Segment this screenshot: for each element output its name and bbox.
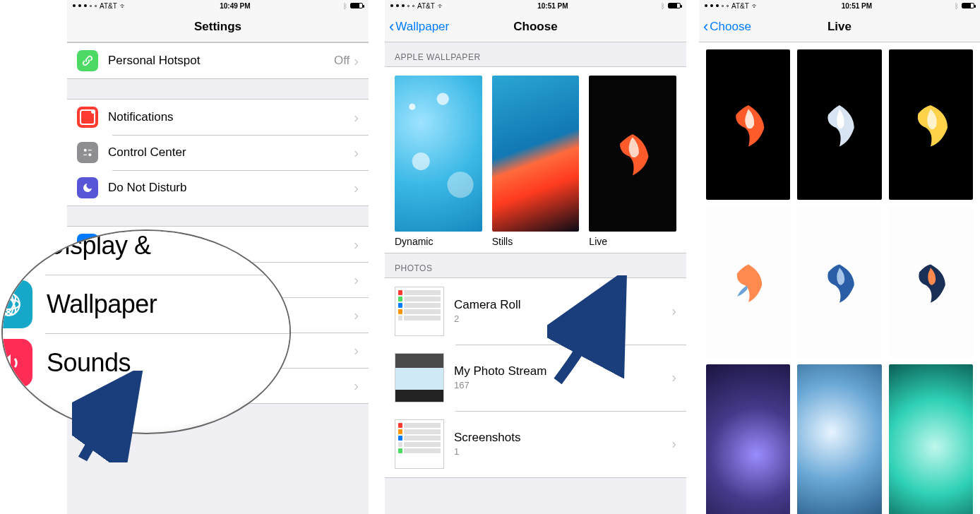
dnd-row[interactable]: Do Not Disturb › <box>67 170 369 205</box>
live-tile[interactable] <box>889 49 973 200</box>
section-header: PHOTOS <box>385 253 686 277</box>
display-icon <box>77 234 98 255</box>
battery-icon <box>668 3 681 8</box>
bluetooth-icon: ᛒ <box>661 2 665 10</box>
nav-bar: ‹ Choose Live <box>699 11 980 42</box>
stills-thumb <box>492 76 580 232</box>
svg-point-9 <box>4 293 13 316</box>
battery-row[interactable]: Battery › <box>67 333 369 368</box>
screenshots-row[interactable]: Screenshots 1 › <box>385 411 686 477</box>
dynamic-thumb <box>395 76 482 232</box>
wifi-icon: ᯤ <box>120 2 127 10</box>
control-center-row[interactable]: Control Center › <box>67 135 369 170</box>
svg-rect-5 <box>92 349 94 352</box>
svg-point-11 <box>1 292 18 316</box>
svg-point-7 <box>1 293 20 316</box>
photo-stream-row[interactable]: My Photo Stream 167 › <box>385 345 686 411</box>
live-tile[interactable] <box>797 364 881 514</box>
wallpaper-category-label: Dynamic <box>395 236 482 247</box>
hotspot-icon <box>77 50 98 71</box>
choose-wallpaper-screen: AT&T ᯤ 10:51 PM ᛒ ‹ Wallpaper Choose APP… <box>385 0 688 514</box>
privacy-row[interactable]: Privacy › <box>67 368 369 403</box>
back-label: Wallpaper <box>395 20 449 34</box>
nav-bar: Settings <box>67 11 369 42</box>
hotspot-group: Personal Hotspot Off › <box>67 42 369 79</box>
chevron-left-icon: ‹ <box>389 18 394 36</box>
notifications-icon <box>77 107 98 128</box>
live-tile[interactable] <box>797 207 881 357</box>
battery-icon <box>77 340 98 361</box>
nav-bar: ‹ Wallpaper Choose <box>385 11 686 42</box>
section-header: APPLE WALLPAPER <box>385 42 686 66</box>
live-thumb <box>589 76 676 232</box>
chevron-right-icon: › <box>671 369 676 386</box>
bluetooth-icon: ᛒ <box>343 2 347 10</box>
clock: 10:49 PM <box>220 2 250 10</box>
status-bar: AT&T ᯤ 10:51 PM ᛒ <box>699 0 980 11</box>
album-count: 167 <box>454 380 546 390</box>
settings-screen: AT&T ᯤ 10:49 PM ᛒ Settings Personal Hots… <box>67 0 371 514</box>
dynamic-wallpaper[interactable]: Dynamic <box>395 76 482 247</box>
chevron-right-icon: › <box>354 342 359 359</box>
live-tile[interactable] <box>889 364 973 514</box>
camera-roll-row[interactable]: Camera Roll 2 › <box>385 278 686 345</box>
photos-group: Camera Roll 2 › My Photo Stream 167 › Sc… <box>385 277 686 478</box>
speaker-icon <box>1 339 32 387</box>
wifi-icon: ᯤ <box>752 2 759 10</box>
sounds-row[interactable]: › <box>67 297 369 333</box>
hand-icon <box>77 375 98 396</box>
live-wallpaper[interactable]: Live <box>589 76 676 247</box>
display-group: › › › Battery › Privacy › <box>67 226 369 404</box>
battery-icon <box>350 3 363 8</box>
album-count: 2 <box>454 313 520 324</box>
live-tile[interactable] <box>797 49 881 200</box>
wallpaper-row[interactable]: › <box>67 262 369 297</box>
album-thumb <box>395 287 444 336</box>
live-tile[interactable] <box>706 364 790 514</box>
back-button[interactable]: ‹ Choose <box>703 11 751 42</box>
wallpaper-icon <box>77 269 98 290</box>
carrier-label: AT&T <box>731 2 749 10</box>
status-bar: AT&T ᯤ 10:49 PM ᛒ <box>67 0 369 11</box>
stills-wallpaper[interactable]: Stills <box>492 76 580 247</box>
carrier-label: AT&T <box>417 2 435 10</box>
chevron-right-icon: › <box>671 303 676 319</box>
live-tile[interactable] <box>889 207 973 357</box>
row-label: Control Center <box>108 145 354 160</box>
personal-hotspot-row[interactable]: Personal Hotspot Off › <box>67 43 369 78</box>
wallpaper-category-label: Stills <box>492 236 580 247</box>
live-tile[interactable] <box>706 207 790 357</box>
status-bar: AT&T ᯤ 10:51 PM ᛒ <box>385 0 686 11</box>
chevron-right-icon: › <box>354 53 359 69</box>
back-label: Choose <box>710 20 751 34</box>
album-title: My Photo Stream <box>454 364 546 378</box>
clock: 10:51 PM <box>537 2 568 10</box>
chevron-right-icon: › <box>354 180 359 196</box>
chevron-right-icon: › <box>354 145 359 161</box>
chevron-right-icon: › <box>354 109 359 126</box>
sounds-icon <box>77 304 98 325</box>
carrier-label: AT&T <box>100 2 117 10</box>
live-wallpaper-screen: AT&T ᯤ 10:51 PM ᛒ ‹ Choose Live <box>699 0 980 514</box>
album-thumb <box>395 419 444 469</box>
notifications-row[interactable]: Notifications › <box>67 100 369 135</box>
display-row[interactable]: › <box>67 227 369 262</box>
moon-icon <box>77 177 98 198</box>
live-tile[interactable] <box>706 49 790 200</box>
row-label: Personal Hotspot <box>108 54 334 68</box>
svg-rect-3 <box>88 150 92 150</box>
display-icon: AA <box>1 229 32 270</box>
general-group: Notifications › Control Center › Do Not … <box>67 99 369 206</box>
row-label: Do Not Disturb <box>108 181 354 195</box>
chevron-left-icon: ‹ <box>703 18 708 36</box>
row-label: Battery <box>108 343 354 357</box>
apple-wallpaper-row: Dynamic Stills Live <box>385 76 686 253</box>
svg-point-10 <box>1 292 18 316</box>
svg-point-1 <box>88 153 91 156</box>
chevron-right-icon: › <box>671 436 676 452</box>
album-title: Screenshots <box>454 431 521 445</box>
album-thumb <box>395 353 444 402</box>
row-label: Notifications <box>108 110 354 124</box>
back-button[interactable]: ‹ Wallpaper <box>389 11 449 42</box>
wallpaper-icon <box>1 280 32 328</box>
